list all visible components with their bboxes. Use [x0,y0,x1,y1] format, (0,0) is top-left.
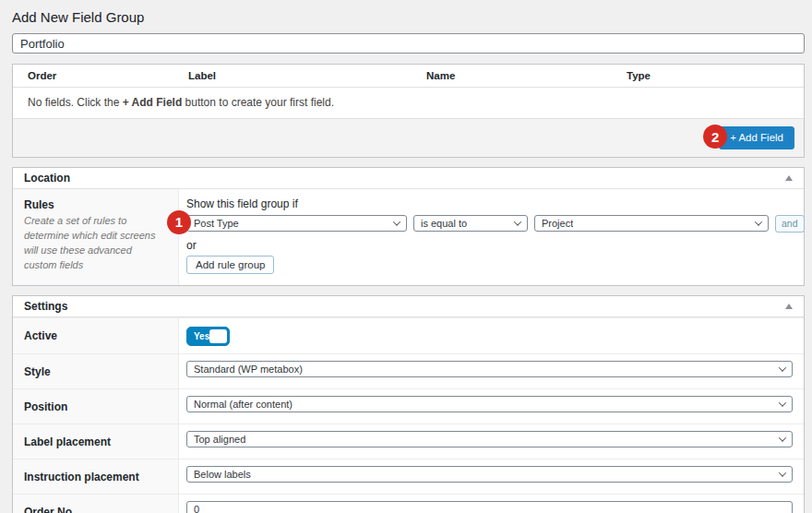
collapse-up-icon[interactable] [785,304,793,309]
rule-param-select[interactable]: Post Type [186,215,407,232]
setting-row-label-placement: Label placement Top aligned [13,424,804,459]
fields-table-footer: 2 + Add Field [13,119,804,157]
style-select-value: Standard (WP metabox) [194,364,303,375]
chevron-down-icon [779,364,786,371]
style-label: Style [24,365,51,378]
add-field-group-page: Add New Field Group Order Label Name Typ… [0,0,812,513]
rule-value-select[interactable]: Project [534,215,769,232]
setting-row-active: Active Yes [13,317,804,353]
column-header-label: Label [188,70,426,81]
column-header-name: Name [426,70,627,81]
chevron-down-icon [393,219,400,226]
add-rule-group-button[interactable]: Add rule group [186,256,274,274]
no-fields-text-post: button to create your first field. [182,96,334,109]
rule-param-value: Post Type [194,218,239,229]
instruction-placement-select[interactable]: Below labels [186,466,793,483]
label-placement-label: Label placement [24,435,111,448]
active-label: Active [24,329,57,342]
location-panel-body: Rules Create a set of rules to determine… [13,189,804,285]
no-fields-text-pre: No fields. Click the [28,96,123,109]
location-panel: Location Rules Create a set of rules to … [12,167,805,286]
label-placement-select[interactable]: Top aligned [186,431,793,447]
or-label: or [186,239,805,252]
location-panel-header[interactable]: Location [13,168,804,189]
add-field-button[interactable]: + Add Field [719,126,794,149]
column-header-type: Type [627,70,804,81]
position-select[interactable]: Normal (after content) [186,396,793,412]
setting-row-style: Style Standard (WP metabox) [13,353,804,388]
location-rules-label-col: Rules Create a set of rules to determine… [13,189,179,285]
location-panel-title: Location [24,172,70,185]
show-if-label: Show this field group if [186,197,805,210]
setting-row-position: Position Normal (after content) [13,388,804,424]
order-label: Order No. [24,506,75,513]
no-fields-message: No fields. Click the + Add Field button … [13,88,804,119]
fields-table-panel: Order Label Name Type No fields. Click t… [12,64,805,158]
instruction-placement-select-value: Below labels [194,469,251,480]
position-label: Position [24,400,67,413]
position-select-value: Normal (after content) [194,399,293,410]
chevron-down-icon [779,469,786,476]
rule-operator-value: is equal to [421,218,467,229]
location-rule-row: 1 Post Type is equal to Project and [186,215,805,233]
toggle-knob [209,329,227,343]
settings-panel-header[interactable]: Settings [13,296,804,317]
chevron-down-icon [779,434,786,441]
column-header-order: Order [28,70,188,81]
annotation-badge-2: 2 [703,125,727,149]
chevron-down-icon [779,399,786,406]
instruction-placement-label: Instruction placement [24,471,139,483]
setting-row-instruction-placement: Instruction placement Below labels [13,459,804,494]
rule-operator-select[interactable]: is equal to [413,215,528,232]
active-toggle-on-label: Yes [194,331,209,341]
style-select[interactable]: Standard (WP metabox) [186,361,793,377]
annotation-badge-1: 1 [167,210,191,234]
chevron-down-icon [755,219,762,226]
order-input[interactable] [186,501,793,513]
settings-panel: Settings Active Yes Style Standard (WP m… [12,295,805,513]
label-placement-select-value: Top aligned [194,434,245,445]
active-toggle[interactable]: Yes [186,327,230,346]
field-group-title-input[interactable] [12,33,805,54]
location-rules-col: Show this field group if 1 Post Type is … [179,189,812,285]
chevron-down-icon [514,219,521,226]
rule-value-value: Project [542,218,573,229]
and-rule-button[interactable]: and [775,215,805,233]
collapse-up-icon[interactable] [785,175,793,181]
add-field-button-wrap: 2 + Add Field [719,126,794,149]
setting-row-order: Order No. Field groups with a lower orde… [13,494,804,513]
rules-help-text: Create a set of rules to determine which… [24,214,167,273]
rules-label: Rules [24,198,167,211]
fields-table-header-row: Order Label Name Type [13,65,804,88]
page-title: Add New Field Group [12,6,805,33]
settings-panel-title: Settings [24,300,67,313]
no-fields-text-bold: + Add Field [123,96,183,109]
